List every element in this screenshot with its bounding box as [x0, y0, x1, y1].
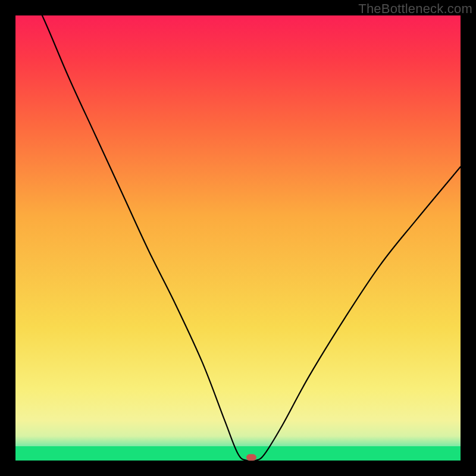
watermark-text: TheBottleneck.com: [358, 1, 472, 17]
optimum-marker: [246, 455, 256, 461]
plot-area: [15, 15, 461, 461]
curve-svg: [15, 15, 461, 461]
chart-stage: TheBottleneck.com: [0, 0, 476, 476]
bottleneck-curve: [15, 0, 461, 461]
